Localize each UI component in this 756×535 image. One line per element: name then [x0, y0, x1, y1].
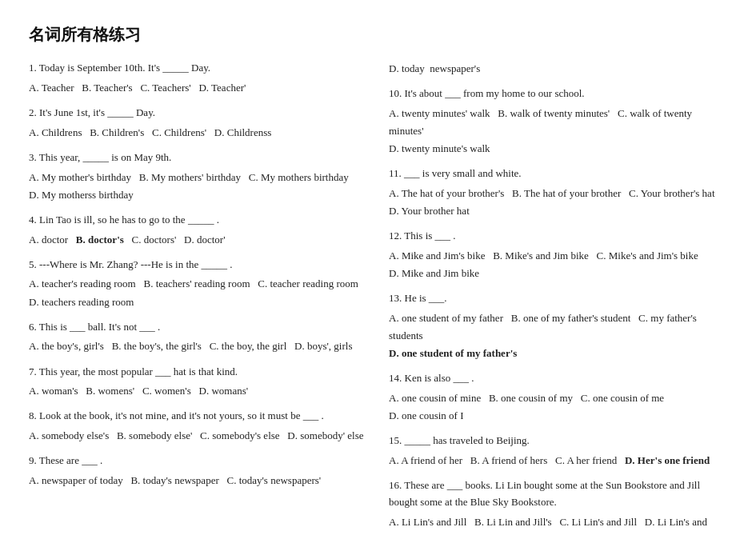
q16-text: 16. These are ___ books. Li Lin bought s…: [389, 477, 727, 511]
q3-options2: D. My motherss birthday: [29, 186, 365, 204]
question-5: 5. ---Where is Mr. Zhang? ---He is in th…: [29, 257, 365, 311]
q12-options2: D. Mike and Jim bike: [389, 265, 727, 282]
question-1: 1. Today is September 10th. It's _____ D…: [29, 60, 365, 97]
q1-options: A. Teacher B. Teacher's C. Teachers' D. …: [29, 79, 365, 97]
q15-text: 15. _____ has traveled to Beijing.: [389, 433, 727, 449]
right-column: D. today newspaper's 10. It's about ___ …: [381, 60, 727, 535]
question-4: 4. Lin Tao is ill, so he has to go to th…: [29, 212, 365, 249]
q13-text: 13. He is ___.: [389, 290, 727, 307]
q6-options: A. the boy's, girl's B. the boy's, the g…: [29, 337, 365, 355]
q10-text: 10. It's about ___ from my home to our s…: [389, 86, 727, 102]
q7-options: A. woman's B. womens' C. women's D. woma…: [29, 382, 365, 400]
q7-text: 7. This year, the most popular ___ hat i…: [29, 364, 365, 381]
question-12: 12. This is ___ . A. Mike and Jim's bike…: [389, 228, 727, 282]
q9-text: 9. These are ___ .: [29, 453, 365, 469]
left-column: 1. Today is September 10th. It's _____ D…: [29, 60, 381, 535]
page: 名词所有格练习 1. Today is September 10th. It's…: [0, 0, 756, 535]
question-16: 16. These are ___ books. Li Lin bought s…: [389, 477, 727, 535]
question-3: 3. This year, _____ is on May 9th. A. My…: [29, 150, 365, 204]
q9-options: A. newspaper of today B. today's newspap…: [29, 472, 365, 489]
q3-options: A. My mother's birthday B. My mothers' b…: [29, 169, 365, 186]
q4-text: 4. Lin Tao is ill, so he has to go to th…: [29, 212, 365, 229]
q15-options: A. A friend of her B. A friend of hers C…: [389, 452, 727, 469]
q8-text: 8. Look at the book, it's not mine, and …: [29, 408, 365, 425]
q6-text: 6. This is ___ ball. It's not ___ .: [29, 319, 365, 336]
q5-options2: D. teachers reading room: [29, 293, 365, 311]
q10-options: A. twenty minutes' walk B. walk of twent…: [389, 105, 727, 140]
q11-options2: D. Your brother hat: [389, 202, 727, 220]
q12-options: A. Mike and Jim's bike B. Mike's and Jim…: [389, 247, 727, 265]
q3-text: 3. This year, _____ is on May 9th.: [29, 150, 365, 166]
q4-b: B. doctor's: [76, 234, 124, 246]
q5-text: 5. ---Where is Mr. Zhang? ---He is in th…: [29, 257, 365, 273]
question-15: 15. _____ has traveled to Beijing. A. A …: [389, 433, 727, 469]
q4-options: A. doctor B. doctor's C. doctors' D. doc…: [29, 231, 365, 249]
q1-text: 1. Today is September 10th. It's _____ D…: [29, 60, 365, 77]
question-14: 14. Ken is also ___ . A. one cousin of m…: [389, 370, 727, 425]
q8-options: A. somebody else's B. somebody else' C. …: [29, 427, 365, 445]
question-6: 6. This is ___ ball. It's not ___ . A. t…: [29, 319, 365, 356]
q12-text: 12. This is ___ .: [389, 228, 727, 245]
q14-options: A. one cousin of mine B. one cousin of m…: [389, 389, 727, 407]
q5-options: A. teacher's reading room B. teachers' r…: [29, 275, 365, 293]
q13-options2: D. one student of my father's: [389, 345, 727, 362]
question-8: 8. Look at the book, it's not mine, and …: [29, 408, 365, 445]
q2-options: A. Childrens B. Children's C. Childrens'…: [29, 124, 365, 142]
question-13: 13. He is ___. A. one student of my fath…: [389, 290, 727, 362]
page-title: 名词所有格练习: [29, 24, 727, 46]
q13-options: A. one student of my father B. one of my…: [389, 309, 727, 345]
q2-text: 2. It's June 1st, it's _____ Day.: [29, 105, 365, 122]
question-7: 7. This year, the most popular ___ hat i…: [29, 364, 365, 401]
columns: 1. Today is September 10th. It's _____ D…: [29, 60, 727, 535]
q15-d: D. Her's one friend: [625, 454, 710, 466]
q14-text: 14. Ken is also ___ .: [389, 370, 727, 387]
q14-options2: D. one cousin of I: [389, 407, 727, 425]
q11-options: A. The hat of your brother's B. The hat …: [389, 185, 727, 202]
q9-d-option: D. today newspaper's: [389, 60, 727, 78]
q9-d: D. today newspaper's: [389, 60, 727, 78]
q13-d: D. one student of my father's: [389, 347, 517, 359]
q11-text: 11. ___ is very small and white.: [389, 166, 727, 182]
question-10: 10. It's about ___ from my home to our s…: [389, 86, 727, 158]
question-2: 2. It's June 1st, it's _____ Day. A. Chi…: [29, 105, 365, 142]
q16-options: A. Li Lin's and Jill B. Li Lin and Jill'…: [389, 513, 727, 535]
question-11: 11. ___ is very small and white. A. The …: [389, 166, 727, 220]
q10-options2: D. twenty minute's walk: [389, 140, 727, 158]
question-9: 9. These are ___ . A. newspaper of today…: [29, 453, 365, 489]
